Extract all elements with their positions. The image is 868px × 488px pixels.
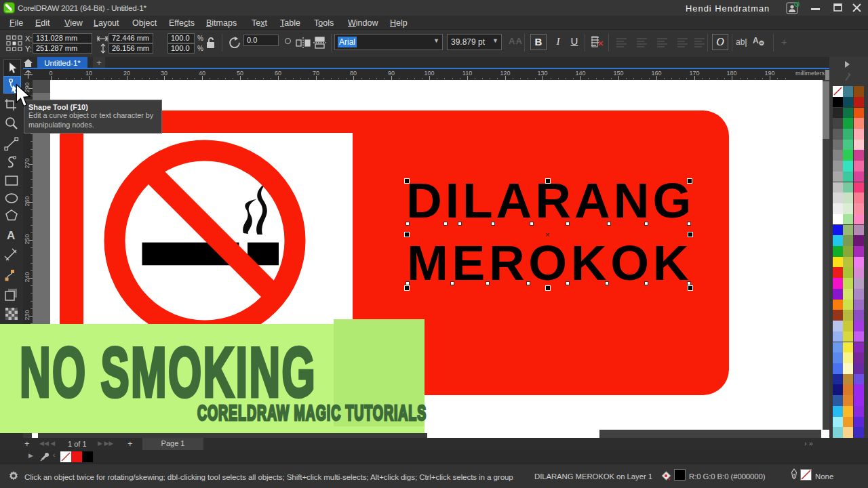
svg-text:A: A	[7, 229, 15, 242]
